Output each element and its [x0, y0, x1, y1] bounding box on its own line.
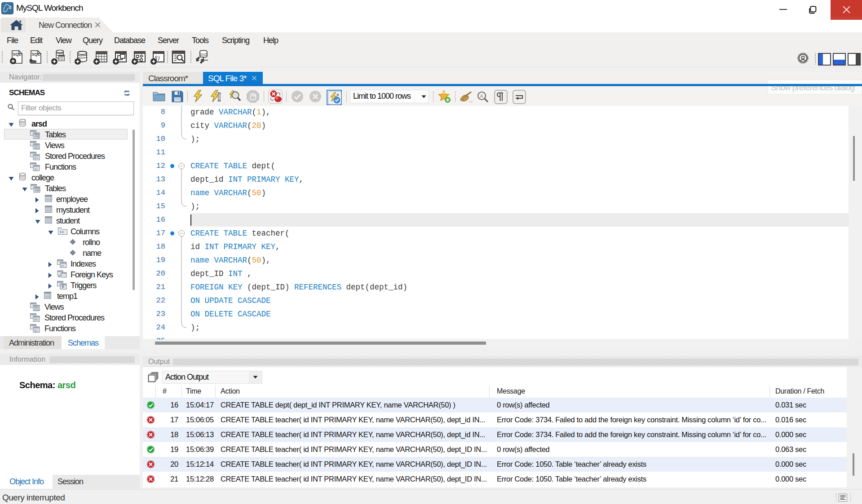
svg-text:P»: P» [35, 157, 39, 160]
svg-text:P»: P» [35, 318, 39, 321]
svg-text:SQL: SQL [32, 52, 40, 57]
svg-text:f(): f() [35, 329, 38, 333]
svg-text:i»: i» [62, 264, 64, 267]
svg-text:A: A [480, 93, 484, 99]
svg-text:SQL: SQL [13, 52, 22, 57]
svg-text:f(): f() [35, 167, 38, 171]
